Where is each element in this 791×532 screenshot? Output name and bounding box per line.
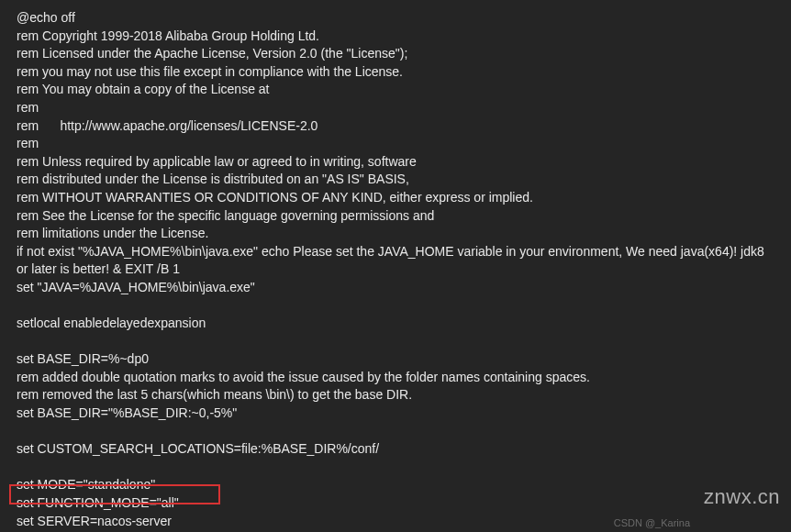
watermark-site: znwx.cn (704, 483, 780, 512)
code-line: rem WITHOUT WARRANTIES OR CONDITIONS OF … (17, 189, 774, 207)
code-line (17, 459, 774, 477)
code-line: rem Licensed under the Apache License, V… (17, 45, 774, 63)
code-line: rem Unless required by applicable law or… (17, 153, 774, 172)
code-line: rem You may obtain a copy of the License… (17, 81, 774, 99)
code-line: rem Copyright 1999-2018 Alibaba Group Ho… (17, 28, 774, 46)
code-line: set FUNCTION_MODE="all" (17, 494, 774, 513)
code-line: rem See the License for the specific lan… (17, 207, 774, 226)
code-line: @echo off (17, 9, 774, 28)
code-line: rem limitations under the License. (17, 225, 774, 243)
code-line (17, 423, 774, 441)
code-line: setlocal enabledelayedexpansion (17, 315, 774, 333)
code-line: if not exist "%JAVA_HOME%\bin\java.exe" … (17, 243, 774, 279)
code-line: set CUSTOM_SEARCH_LOCATIONS=file:%BASE_D… (17, 440, 774, 459)
code-line: rem you may not use this file except in … (17, 63, 774, 82)
code-line: rem (17, 99, 774, 117)
code-line: rem removed the last 5 chars(which means… (17, 386, 774, 405)
watermark-author: CSDN @_Karina (614, 516, 690, 530)
code-line (17, 297, 774, 316)
code-line: rem distributed under the License is dis… (17, 171, 774, 189)
code-line: rem (17, 135, 774, 153)
code-line: set "JAVA=%JAVA_HOME%\bin\java.exe" (17, 279, 774, 297)
code-line (17, 333, 774, 351)
code-line: rem added double quotation marks to avoi… (17, 369, 774, 387)
code-line: set MODE="standalone" (17, 476, 774, 494)
code-block: @echo offrem Copyright 1999-2018 Alibaba… (0, 0, 791, 532)
code-line: rem http://www.apache.org/licenses/LICEN… (17, 117, 774, 136)
code-line: set BASE_DIR=%~dp0 (17, 350, 774, 369)
code-line: set BASE_DIR="%BASE_DIR:~0,-5%" (17, 405, 774, 423)
